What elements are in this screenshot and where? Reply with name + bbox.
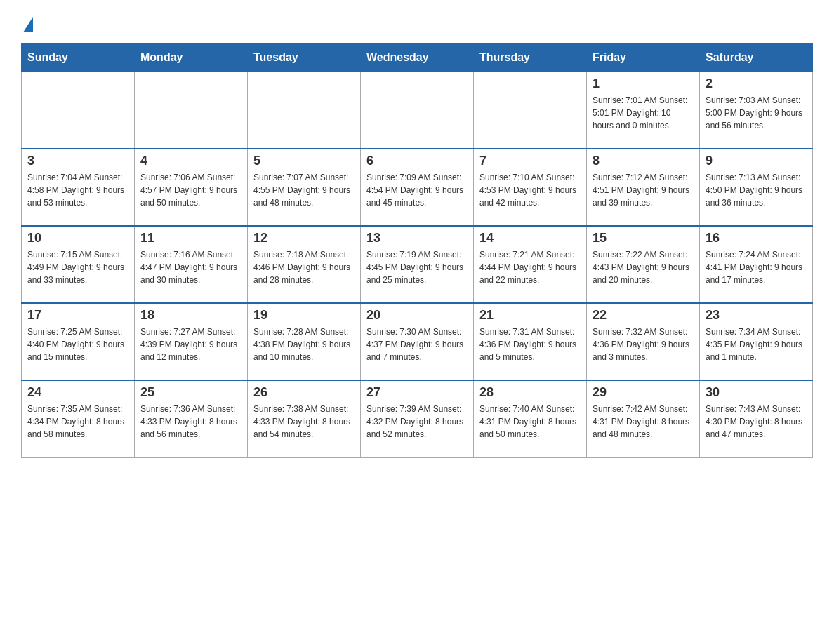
day-number: 27 bbox=[366, 385, 468, 400]
calendar-cell: 21Sunrise: 7:31 AM Sunset: 4:36 PM Dayli… bbox=[474, 303, 587, 380]
week-row-4: 17Sunrise: 7:25 AM Sunset: 4:40 PM Dayli… bbox=[22, 303, 813, 380]
calendar-cell: 28Sunrise: 7:40 AM Sunset: 4:31 PM Dayli… bbox=[474, 380, 587, 457]
calendar-cell: 25Sunrise: 7:36 AM Sunset: 4:33 PM Dayli… bbox=[135, 380, 248, 457]
day-info: Sunrise: 7:38 AM Sunset: 4:33 PM Dayligh… bbox=[253, 403, 355, 441]
day-info: Sunrise: 7:22 AM Sunset: 4:43 PM Dayligh… bbox=[593, 248, 694, 286]
day-info: Sunrise: 7:13 AM Sunset: 4:50 PM Dayligh… bbox=[706, 171, 807, 209]
weekday-header-monday: Monday bbox=[135, 44, 248, 72]
weekday-header-wednesday: Wednesday bbox=[361, 44, 474, 72]
weekday-header-sunday: Sunday bbox=[22, 44, 135, 72]
day-number: 5 bbox=[253, 154, 355, 168]
logo-triangle-icon bbox=[23, 17, 33, 32]
day-info: Sunrise: 7:27 AM Sunset: 4:39 PM Dayligh… bbox=[140, 326, 241, 363]
week-row-2: 3Sunrise: 7:04 AM Sunset: 4:58 PM Daylig… bbox=[22, 149, 813, 226]
calendar-cell: 18Sunrise: 7:27 AM Sunset: 4:39 PM Dayli… bbox=[135, 303, 248, 380]
day-number: 13 bbox=[366, 231, 468, 246]
calendar-cell bbox=[361, 72, 474, 149]
calendar-cell: 7Sunrise: 7:10 AM Sunset: 4:53 PM Daylig… bbox=[474, 149, 587, 226]
day-number: 3 bbox=[27, 154, 128, 168]
calendar-cell: 17Sunrise: 7:25 AM Sunset: 4:40 PM Dayli… bbox=[22, 303, 135, 380]
day-number: 25 bbox=[140, 385, 241, 400]
calendar-cell: 9Sunrise: 7:13 AM Sunset: 4:50 PM Daylig… bbox=[700, 149, 813, 226]
day-number: 18 bbox=[140, 308, 241, 323]
day-number: 4 bbox=[140, 154, 241, 168]
calendar-cell: 1Sunrise: 7:01 AM Sunset: 5:01 PM Daylig… bbox=[587, 72, 700, 149]
day-number: 2 bbox=[706, 76, 807, 91]
calendar-cell: 20Sunrise: 7:30 AM Sunset: 4:37 PM Dayli… bbox=[361, 303, 474, 380]
weekday-header-friday: Friday bbox=[587, 44, 700, 72]
day-info: Sunrise: 7:25 AM Sunset: 4:40 PM Dayligh… bbox=[27, 326, 128, 363]
day-info: Sunrise: 7:43 AM Sunset: 4:30 PM Dayligh… bbox=[706, 403, 807, 441]
day-info: Sunrise: 7:09 AM Sunset: 4:54 PM Dayligh… bbox=[366, 171, 468, 209]
calendar-cell: 15Sunrise: 7:22 AM Sunset: 4:43 PM Dayli… bbox=[587, 226, 700, 303]
calendar-cell bbox=[22, 72, 135, 149]
day-number: 20 bbox=[366, 308, 468, 323]
day-number: 7 bbox=[479, 154, 581, 168]
calendar-cell: 19Sunrise: 7:28 AM Sunset: 4:38 PM Dayli… bbox=[248, 303, 361, 380]
calendar-cell: 3Sunrise: 7:04 AM Sunset: 4:58 PM Daylig… bbox=[22, 149, 135, 226]
day-number: 23 bbox=[706, 308, 807, 323]
day-number: 15 bbox=[593, 231, 694, 246]
day-number: 10 bbox=[27, 231, 128, 246]
day-info: Sunrise: 7:03 AM Sunset: 5:00 PM Dayligh… bbox=[706, 94, 807, 132]
calendar-cell: 26Sunrise: 7:38 AM Sunset: 4:33 PM Dayli… bbox=[248, 380, 361, 457]
calendar-cell: 29Sunrise: 7:42 AM Sunset: 4:31 PM Dayli… bbox=[587, 380, 700, 457]
calendar-cell: 23Sunrise: 7:34 AM Sunset: 4:35 PM Dayli… bbox=[700, 303, 813, 380]
calendar-cell: 13Sunrise: 7:19 AM Sunset: 4:45 PM Dayli… bbox=[361, 226, 474, 303]
day-info: Sunrise: 7:04 AM Sunset: 4:58 PM Dayligh… bbox=[27, 171, 128, 209]
week-row-1: 1Sunrise: 7:01 AM Sunset: 5:01 PM Daylig… bbox=[22, 72, 813, 149]
weekday-header-tuesday: Tuesday bbox=[248, 44, 361, 72]
day-number: 24 bbox=[27, 385, 128, 400]
day-number: 29 bbox=[593, 385, 694, 400]
day-number: 17 bbox=[27, 308, 128, 323]
calendar-cell: 14Sunrise: 7:21 AM Sunset: 4:44 PM Dayli… bbox=[474, 226, 587, 303]
day-info: Sunrise: 7:28 AM Sunset: 4:38 PM Dayligh… bbox=[253, 326, 355, 363]
calendar-cell: 16Sunrise: 7:24 AM Sunset: 4:41 PM Dayli… bbox=[700, 226, 813, 303]
day-info: Sunrise: 7:21 AM Sunset: 4:44 PM Dayligh… bbox=[479, 248, 581, 286]
day-number: 26 bbox=[253, 385, 355, 400]
day-number: 21 bbox=[479, 308, 581, 323]
calendar-cell: 4Sunrise: 7:06 AM Sunset: 4:57 PM Daylig… bbox=[135, 149, 248, 226]
calendar-cell: 8Sunrise: 7:12 AM Sunset: 4:51 PM Daylig… bbox=[587, 149, 700, 226]
day-info: Sunrise: 7:01 AM Sunset: 5:01 PM Dayligh… bbox=[593, 94, 694, 132]
logo bbox=[21, 14, 33, 29]
calendar-cell: 24Sunrise: 7:35 AM Sunset: 4:34 PM Dayli… bbox=[22, 380, 135, 457]
day-info: Sunrise: 7:32 AM Sunset: 4:36 PM Dayligh… bbox=[593, 326, 694, 363]
calendar-cell: 30Sunrise: 7:43 AM Sunset: 4:30 PM Dayli… bbox=[700, 380, 813, 457]
day-info: Sunrise: 7:18 AM Sunset: 4:46 PM Dayligh… bbox=[253, 248, 355, 286]
day-info: Sunrise: 7:36 AM Sunset: 4:33 PM Dayligh… bbox=[140, 403, 241, 441]
day-number: 30 bbox=[706, 385, 807, 400]
calendar-table: SundayMondayTuesdayWednesdayThursdayFrid… bbox=[21, 43, 813, 458]
day-info: Sunrise: 7:35 AM Sunset: 4:34 PM Dayligh… bbox=[27, 403, 128, 441]
weekday-header-saturday: Saturday bbox=[700, 44, 813, 72]
week-row-5: 24Sunrise: 7:35 AM Sunset: 4:34 PM Dayli… bbox=[22, 380, 813, 457]
week-row-3: 10Sunrise: 7:15 AM Sunset: 4:49 PM Dayli… bbox=[22, 226, 813, 303]
day-info: Sunrise: 7:31 AM Sunset: 4:36 PM Dayligh… bbox=[479, 326, 581, 363]
day-number: 28 bbox=[479, 385, 581, 400]
day-info: Sunrise: 7:30 AM Sunset: 4:37 PM Dayligh… bbox=[366, 326, 468, 363]
calendar-cell bbox=[135, 72, 248, 149]
day-info: Sunrise: 7:12 AM Sunset: 4:51 PM Dayligh… bbox=[593, 171, 694, 209]
day-info: Sunrise: 7:07 AM Sunset: 4:55 PM Dayligh… bbox=[253, 171, 355, 209]
calendar-cell bbox=[248, 72, 361, 149]
weekday-header-row: SundayMondayTuesdayWednesdayThursdayFrid… bbox=[22, 44, 813, 72]
calendar-cell: 5Sunrise: 7:07 AM Sunset: 4:55 PM Daylig… bbox=[248, 149, 361, 226]
calendar-cell: 22Sunrise: 7:32 AM Sunset: 4:36 PM Dayli… bbox=[587, 303, 700, 380]
calendar-cell: 6Sunrise: 7:09 AM Sunset: 4:54 PM Daylig… bbox=[361, 149, 474, 226]
day-info: Sunrise: 7:06 AM Sunset: 4:57 PM Dayligh… bbox=[140, 171, 241, 209]
page-header bbox=[21, 14, 813, 29]
day-number: 12 bbox=[253, 231, 355, 246]
day-number: 22 bbox=[593, 308, 694, 323]
calendar-cell: 10Sunrise: 7:15 AM Sunset: 4:49 PM Dayli… bbox=[22, 226, 135, 303]
day-info: Sunrise: 7:42 AM Sunset: 4:31 PM Dayligh… bbox=[593, 403, 694, 441]
weekday-header-thursday: Thursday bbox=[474, 44, 587, 72]
calendar-cell: 12Sunrise: 7:18 AM Sunset: 4:46 PM Dayli… bbox=[248, 226, 361, 303]
day-info: Sunrise: 7:39 AM Sunset: 4:32 PM Dayligh… bbox=[366, 403, 468, 441]
day-info: Sunrise: 7:19 AM Sunset: 4:45 PM Dayligh… bbox=[366, 248, 468, 286]
day-info: Sunrise: 7:16 AM Sunset: 4:47 PM Dayligh… bbox=[140, 248, 241, 286]
day-number: 8 bbox=[593, 154, 694, 168]
day-number: 6 bbox=[366, 154, 468, 168]
day-number: 11 bbox=[140, 231, 241, 246]
day-number: 14 bbox=[479, 231, 581, 246]
day-info: Sunrise: 7:34 AM Sunset: 4:35 PM Dayligh… bbox=[706, 326, 807, 363]
